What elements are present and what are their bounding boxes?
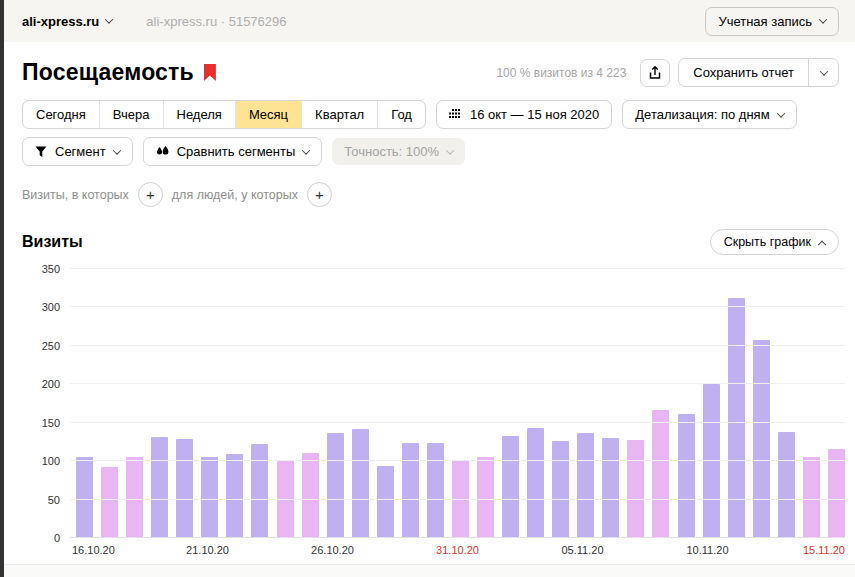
add-people-filter-button[interactable]: +	[307, 182, 332, 207]
bar-03.11.20[interactable]	[527, 428, 544, 538]
bar-25.10.20[interactable]	[302, 453, 319, 538]
x-tick-label-15.11.20: 15.11.20	[803, 544, 845, 556]
bookmark-icon[interactable]	[204, 64, 216, 81]
bar-20.10.20[interactable]	[176, 439, 193, 538]
x-tick-label-16.10.20: 16.10.20	[72, 544, 115, 556]
bar-23.10.20[interactable]	[251, 444, 268, 538]
gridline-50	[70, 499, 845, 500]
bar-06.11.20[interactable]	[602, 438, 619, 538]
plus-icon: +	[146, 187, 155, 202]
funnel-icon	[35, 146, 47, 158]
date-range-label: 16 окт — 15 ноя 2020	[470, 107, 599, 122]
visits-bar-chart: 050100150200250300350 16.10.2021.10.2026…	[70, 269, 845, 560]
accuracy-label: Точность: 100%	[344, 144, 439, 159]
plus-icon: +	[315, 187, 324, 202]
calendar-icon	[449, 109, 462, 120]
hide-chart-button[interactable]: Скрыть график	[710, 229, 839, 255]
bar-08.11.20[interactable]	[652, 410, 669, 538]
bar-15.11.20[interactable]	[828, 449, 845, 538]
bar-18.10.20[interactable]	[126, 457, 143, 538]
add-visit-filter-button[interactable]: +	[138, 182, 163, 207]
topbar: ali-xpress.ru ali-xpress.ru · 51576296 У…	[0, 0, 855, 42]
chevron-up-icon	[818, 241, 826, 249]
app-left-edge-strip	[0, 0, 4, 577]
save-report-button[interactable]: Сохранить отчет	[679, 59, 808, 86]
bar-09.11.20[interactable]	[678, 414, 695, 539]
bar-05.11.20[interactable]	[577, 433, 594, 538]
counter-switcher[interactable]: ali-xpress.ru	[22, 14, 112, 29]
export-share-button[interactable]	[640, 59, 670, 87]
period-tab-5[interactable]: Квартал	[301, 101, 377, 128]
chevron-down-icon	[446, 146, 454, 154]
chevron-down-icon	[112, 146, 120, 154]
x-tick-label-10.11.20: 10.11.20	[686, 544, 728, 556]
bar-24.10.20[interactable]	[277, 461, 294, 538]
report-header: Посещаемость 100 % визитов из 4 223 Сохр…	[22, 58, 839, 87]
x-tick-label-21.10.20: 21.10.20	[186, 544, 229, 556]
detalization-button[interactable]: Детализация: по дням	[622, 100, 796, 129]
chart-x-axis: 16.10.2021.10.2026.10.2031.10.2005.11.20…	[70, 538, 845, 560]
bar-17.10.20[interactable]	[101, 467, 118, 538]
bar-21.10.20[interactable]	[201, 457, 218, 538]
save-report-split-button: Сохранить отчет	[678, 58, 839, 87]
gridline-150	[70, 422, 845, 423]
chart-section-title: Визиты	[22, 233, 83, 251]
accuracy-button[interactable]: Точность: 100%	[332, 138, 465, 165]
period-tab-2[interactable]: Вчера	[99, 101, 163, 128]
bar-14.11.20[interactable]	[803, 457, 820, 538]
period-toolbar: СегодняВчераНеделяМесяцКварталГод 16 окт…	[22, 100, 839, 129]
compare-segments-button[interactable]: Сравнить сегменты	[143, 137, 323, 166]
segment-toolbar: Сегмент Сравнить сегменты Точность: 100%	[22, 137, 839, 166]
period-tab-3[interactable]: Неделя	[163, 101, 235, 128]
x-tick-label-05.11.20: 05.11.20	[561, 544, 603, 556]
y-tick-label: 150	[6, 417, 60, 429]
bar-19.10.20[interactable]	[151, 437, 168, 538]
chevron-down-icon	[776, 109, 784, 117]
bar-26.10.20[interactable]	[327, 433, 344, 538]
y-tick-label: 300	[6, 301, 60, 313]
bar-30.10.20[interactable]	[427, 443, 444, 538]
hide-chart-label: Скрыть график	[724, 235, 811, 249]
two-drops-icon	[156, 145, 169, 158]
compare-segments-label: Сравнить сегменты	[177, 144, 296, 159]
bar-01.11.20[interactable]	[477, 457, 494, 538]
next-section-edge	[4, 564, 855, 577]
bar-28.10.20[interactable]	[377, 466, 394, 538]
filter-row: Визиты, в которых + для людей, у которых…	[22, 182, 839, 207]
chart-plot: 050100150200250300350	[70, 269, 845, 538]
bar-11.11.20[interactable]	[728, 298, 745, 538]
period-tab-1[interactable]: Сегодня	[23, 101, 99, 128]
page-title: Посещаемость	[22, 59, 194, 86]
chevron-down-icon	[819, 15, 827, 23]
bar-07.11.20[interactable]	[627, 440, 644, 538]
bar-04.11.20[interactable]	[552, 441, 569, 538]
people-filter-label: для людей, у которых	[172, 188, 298, 202]
bar-02.11.20[interactable]	[502, 436, 519, 538]
save-report-dropdown[interactable]	[808, 59, 838, 86]
bar-22.10.20[interactable]	[226, 454, 243, 538]
period-tab-6[interactable]: Год	[377, 101, 425, 128]
gridline-350	[70, 268, 845, 269]
chevron-down-icon	[105, 15, 113, 23]
date-range-button[interactable]: 16 окт — 15 ноя 2020	[436, 100, 612, 129]
gridline-100	[70, 460, 845, 461]
chart-section-header: Визиты Скрыть график	[22, 229, 839, 255]
counter-meta: ali-xpress.ru · 51576296	[146, 14, 286, 29]
bar-29.10.20[interactable]	[402, 443, 419, 538]
bar-12.11.20[interactable]	[753, 340, 770, 538]
bar-13.11.20[interactable]	[778, 432, 795, 538]
chevron-down-icon	[302, 146, 310, 154]
counter-name: ali-xpress.ru	[22, 14, 99, 29]
bar-27.10.20[interactable]	[352, 429, 369, 538]
period-tab-4[interactable]: Месяц	[235, 101, 301, 128]
y-tick-label: 100	[6, 455, 60, 467]
gridline-200	[70, 383, 845, 384]
y-tick-label: 250	[6, 340, 60, 352]
segment-button[interactable]: Сегмент	[22, 137, 133, 166]
account-label: Учетная запись	[718, 14, 812, 29]
account-menu-button[interactable]: Учетная запись	[705, 7, 839, 36]
gridline-250	[70, 345, 845, 346]
detalization-label: Детализация: по дням	[635, 107, 769, 122]
sample-info: 100 % визитов из 4 223	[496, 66, 626, 80]
period-tab-group: СегодняВчераНеделяМесяцКварталГод	[22, 100, 426, 129]
